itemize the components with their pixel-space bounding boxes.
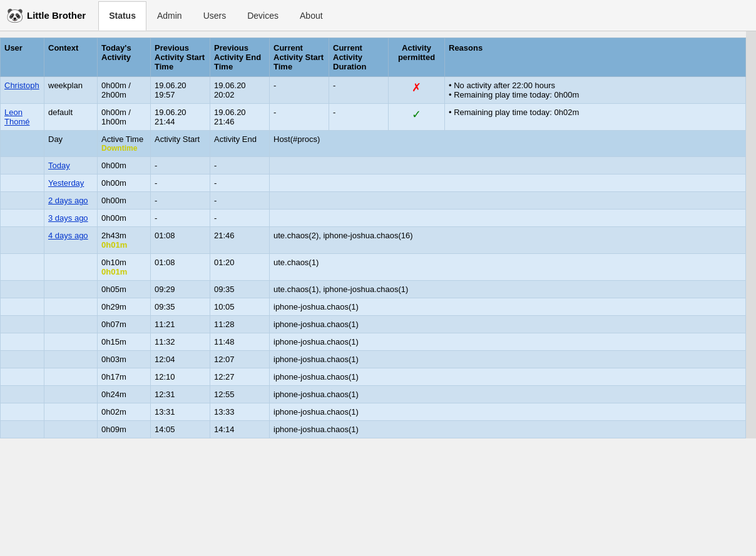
session-end: 12:55 xyxy=(210,386,270,403)
empty-cell xyxy=(1,403,44,421)
empty-cell xyxy=(1,421,44,438)
session-host: ute.chaos(1) xyxy=(270,254,746,281)
act-start-cell: - xyxy=(151,157,210,174)
session-host: iphone-joshua.chaos(1) xyxy=(270,403,746,421)
session-time-value: 0h10m xyxy=(101,258,146,267)
empty-cell xyxy=(1,316,44,333)
day-cell: 3 days ago xyxy=(44,210,98,227)
status-table: User Context Today's Activity Previous A… xyxy=(0,38,746,438)
day-link-2days[interactable]: 2 days ago xyxy=(48,196,88,205)
session-start: 11:32 xyxy=(151,333,210,351)
session-end: 10:05 xyxy=(210,298,270,316)
day-link-4days[interactable]: 4 days ago xyxy=(48,231,88,240)
header-prev-start: Previous Activity Start Time xyxy=(151,38,210,77)
empty-cell xyxy=(1,281,44,298)
day-cell: Today xyxy=(44,157,98,174)
nav-admin[interactable]: Admin xyxy=(146,1,193,30)
session-start: 12:10 xyxy=(151,368,210,386)
header-curr-start: Current Activity Start Time xyxy=(270,38,329,77)
curr-start-cell: - xyxy=(270,104,329,131)
not-permitted-icon: ✗ xyxy=(412,81,421,94)
prev-start-cell: 19.06.20 19:57 xyxy=(151,77,210,104)
session-row: 0h24m 12:31 12:55 iphone-joshua.chaos(1) xyxy=(1,386,746,403)
session-row: 0h17m 12:10 12:27 iphone-joshua.chaos(1) xyxy=(1,368,746,386)
act-start-cell: - xyxy=(151,192,210,210)
nav-about[interactable]: About xyxy=(289,1,334,30)
subheader-act-start: Activity Start xyxy=(151,131,210,157)
active-time-cell: 0h00m xyxy=(98,157,151,174)
detail-day-row: 2 days ago 0h00m - - xyxy=(1,192,746,210)
empty-cell xyxy=(44,351,98,368)
user-link-leon[interactable]: Leon Thomé xyxy=(4,108,29,126)
curr-dur-cell: - xyxy=(329,77,389,104)
session-active-time: 0h10m 0h01m xyxy=(98,254,151,281)
act-end-cell: - xyxy=(210,174,270,192)
empty-cell xyxy=(44,254,98,281)
logo-icon: 🐼 xyxy=(6,8,23,24)
reason-item: Remaining play time today: 0h00m xyxy=(449,90,742,99)
user-link-christoph[interactable]: Christoph xyxy=(4,81,39,90)
session-end: 11:28 xyxy=(210,316,270,333)
session-active-time: 0h15m xyxy=(98,333,151,351)
session-end: 12:07 xyxy=(210,351,270,368)
permitted-icon: ✓ xyxy=(412,108,421,121)
day-link-yesterday[interactable]: Yesterday xyxy=(48,178,84,188)
act-end-cell: - xyxy=(210,210,270,227)
act-start-cell: - xyxy=(151,210,210,227)
day-link-3days[interactable]: 3 days ago xyxy=(48,213,88,223)
session-start: 12:31 xyxy=(151,386,210,403)
prev-end-cell: 19.06.20 20:02 xyxy=(210,77,270,104)
curr-start-cell: - xyxy=(270,77,329,104)
act-end-cell: - xyxy=(210,192,270,210)
nav-users[interactable]: Users xyxy=(193,1,237,30)
nav-bar: 🐼 Little Brother Status Admin Users Devi… xyxy=(0,0,756,31)
logo: 🐼 Little Brother xyxy=(6,8,86,24)
session-active-time: 0h03m xyxy=(98,351,151,368)
session-active-time: 0h07m xyxy=(98,316,151,333)
permitted-cell: ✓ xyxy=(389,104,445,131)
context-cell: weekplan xyxy=(44,77,98,104)
today-activity-cell: 0h00m / 1h00m xyxy=(98,104,151,131)
host-cell: ute.chaos(2), iphone-joshua.chaos(16) xyxy=(270,227,746,254)
header-prev-end: Previous Activity End Time xyxy=(210,38,270,77)
empty-cell xyxy=(44,316,98,333)
downtime-value: 0h01m xyxy=(101,240,146,250)
detail-day-row: Today 0h00m - - xyxy=(1,157,746,174)
nav-devices[interactable]: Devices xyxy=(237,1,289,30)
permitted-cell: ✗ xyxy=(389,77,445,104)
host-cell xyxy=(270,192,746,210)
session-host: iphone-joshua.chaos(1) xyxy=(270,351,746,368)
session-start: 01:08 xyxy=(151,254,210,281)
act-start-cell: - xyxy=(151,174,210,192)
empty-cell xyxy=(1,386,44,403)
reason-item: No activity after 22:00 hours xyxy=(449,81,742,90)
reasons-cell: No activity after 22:00 hours Remaining … xyxy=(445,77,746,104)
session-row: 0h09m 14:05 14:14 iphone-joshua.chaos(1) xyxy=(1,421,746,438)
empty-cell xyxy=(44,298,98,316)
session-host: iphone-joshua.chaos(1) xyxy=(270,333,746,351)
nav-status[interactable]: Status xyxy=(98,1,146,31)
prev-end-cell: 19.06.20 21:46 xyxy=(210,104,270,131)
session-start: 12:04 xyxy=(151,351,210,368)
session-row: 0h15m 11:32 11:48 iphone-joshua.chaos(1) xyxy=(1,333,746,351)
day-link-today[interactable]: Today xyxy=(48,161,70,170)
header-reasons: Reasons xyxy=(445,38,746,77)
content-area: User Context Today's Activity Previous A… xyxy=(0,31,756,438)
session-start: 13:31 xyxy=(151,403,210,421)
day-cell: 4 days ago xyxy=(44,227,98,254)
scrollbar[interactable] xyxy=(746,31,756,438)
empty-cell xyxy=(44,403,98,421)
host-cell xyxy=(270,210,746,227)
nav-links: Status Admin Users Devices About xyxy=(98,1,333,30)
active-time-cell: 0h00m xyxy=(98,210,151,227)
empty-cell xyxy=(44,333,98,351)
session-downtime: 0h01m xyxy=(101,267,146,276)
reason-item: Remaining play time today: 0h02m xyxy=(449,108,742,117)
subheader-active: Active Time Downtime xyxy=(98,131,151,157)
empty-cell xyxy=(1,333,44,351)
empty-cell xyxy=(1,298,44,316)
today-activity-cell: 0h00m / 2h00m xyxy=(98,77,151,104)
empty-cell xyxy=(44,386,98,403)
logo-text: Little Brother xyxy=(27,10,86,21)
main-container: User Context Today's Activity Previous A… xyxy=(0,38,746,438)
